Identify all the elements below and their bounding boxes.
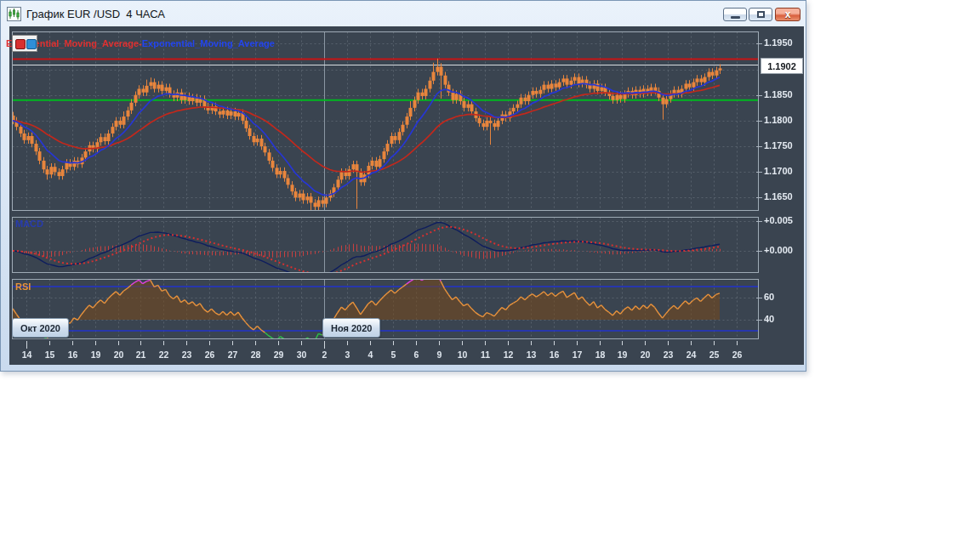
x-axis-day-label: 10: [453, 349, 473, 360]
legend-color-box[interactable]: [12, 35, 37, 52]
rsi-tick: 40: [764, 314, 808, 324]
x-axis-day-label: 19: [86, 349, 106, 360]
x-axis-day-label: 26: [727, 349, 748, 360]
x-axis-day-label: 20: [109, 349, 129, 360]
x-axis-day-label: 14: [17, 349, 37, 360]
rsi-indicator-label: RSI: [15, 281, 31, 292]
legend-text: Exponential_Moving_Average-Exponential_M…: [6, 38, 275, 48]
price-tick: 1.1800: [764, 115, 808, 125]
current-price-box: 1.1902: [761, 58, 803, 74]
x-axis-day-label: 23: [658, 349, 679, 360]
red-ema-swatch-icon: [15, 39, 26, 49]
x-axis-day-label: 16: [544, 349, 565, 360]
restore-icon: [757, 11, 765, 18]
x-axis-day-label: 15: [40, 349, 60, 360]
minimize-button[interactable]: [723, 8, 747, 21]
x-axis-day-label: 9: [430, 349, 450, 360]
x-axis-day-label: 11: [476, 349, 496, 360]
price-tick: 1.1750: [764, 140, 808, 151]
x-axis-day-label: 20: [635, 349, 656, 360]
price-tick: 1.1650: [764, 191, 808, 202]
x-axis-day-label: 19: [612, 349, 633, 360]
month-button-nov-2020[interactable]: Ноя 2020: [322, 318, 380, 338]
x-axis-day-label: 26: [200, 349, 220, 360]
close-button[interactable]: x: [775, 8, 801, 21]
minimize-icon: [731, 16, 740, 19]
x-axis-day-label: 28: [246, 349, 266, 360]
chart-canvas[interactable]: [9, 26, 804, 365]
x-axis-day-label: 3: [338, 349, 358, 360]
x-axis-day-label: 5: [384, 349, 404, 360]
x-axis-day-label: 12: [499, 349, 519, 360]
x-axis-day-label: 13: [521, 349, 542, 360]
x-axis-day-label: 27: [223, 349, 243, 360]
x-axis-day-label: 30: [292, 349, 312, 360]
legend-slow-ema-label: Exponential_Moving_Average: [142, 38, 275, 48]
x-axis-day-label: 23: [177, 349, 197, 360]
x-axis-day-label: 24: [681, 349, 702, 360]
restore-button[interactable]: [749, 8, 772, 21]
macd-indicator-label: MACD: [15, 219, 43, 229]
x-axis-day-label: 2: [315, 349, 335, 360]
desktop: { "window": { "title": "График EUR /USD …: [0, 0, 980, 551]
chart-window: График EUR /USD 4 ЧАСА x Exponential_Mov…: [0, 0, 806, 372]
month-button-oct-2020[interactable]: Окт 2020: [12, 318, 69, 338]
x-axis-day-label: 4: [361, 349, 381, 360]
rsi-tick: 60: [764, 292, 808, 302]
chart-area: Exponential_Moving_Average-Exponential_M…: [9, 26, 804, 365]
x-axis-day-label: 25: [704, 349, 725, 360]
macd-tick: +0.000: [764, 245, 808, 255]
x-axis-day-label: 6: [407, 349, 427, 360]
price-tick: 1.1850: [764, 89, 808, 99]
candlestick-chart-icon: [7, 7, 21, 21]
x-axis-day-label: 29: [269, 349, 289, 360]
x-axis-day-label: 16: [63, 349, 83, 360]
close-icon: x: [785, 9, 791, 20]
x-axis-day-label: 21: [131, 349, 151, 360]
price-tick: 1.1700: [764, 166, 808, 176]
blue-ema-swatch-icon: [26, 39, 37, 49]
x-axis-day-label: 18: [590, 349, 611, 360]
price-tick: 1.1950: [764, 37, 808, 48]
x-axis-day-label: 17: [567, 349, 588, 360]
title-bar[interactable]: График EUR /USD 4 ЧАСА x: [1, 1, 806, 26]
window-title: График EUR /USD 4 ЧАСА: [26, 8, 165, 20]
x-axis-day-label: 22: [154, 349, 174, 360]
macd-tick: +0.005: [764, 215, 808, 225]
